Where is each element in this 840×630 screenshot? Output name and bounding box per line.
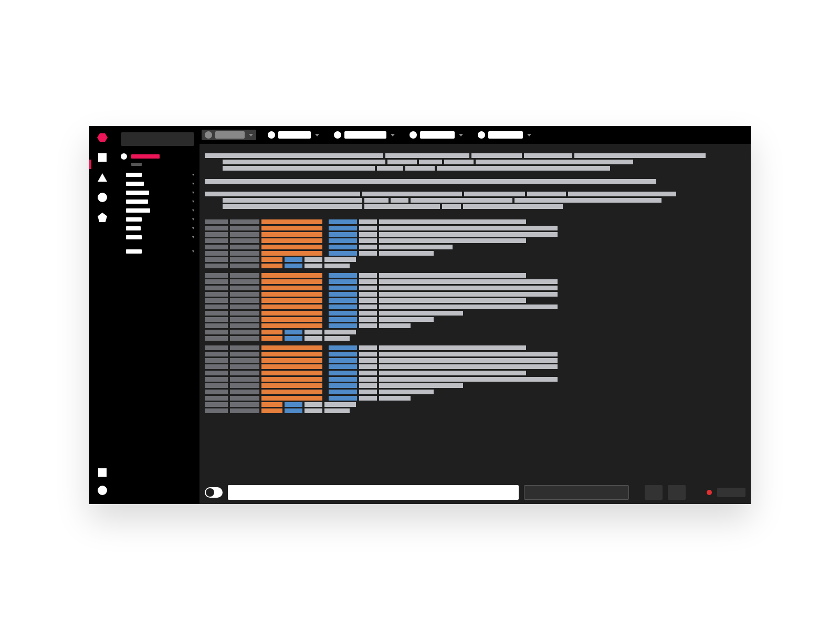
log-row [205,336,746,341]
logo-hexagon-icon[interactable] [97,132,108,143]
log-row [205,402,746,407]
log-row [205,292,746,297]
editor-content[interactable] [200,144,751,481]
tree-item[interactable]: ▾ [116,179,200,188]
bottombar-button[interactable] [668,485,686,500]
chevron-down-icon [527,134,531,136]
record-status[interactable] [717,488,746,497]
tab-dot-icon [334,131,341,139]
log-row [205,383,746,388]
log-row [205,219,746,224]
nav-circle-icon[interactable] [97,192,108,203]
log-row [205,304,746,309]
log-row [205,257,746,262]
bottom-circle-icon[interactable] [97,485,108,496]
bottombar [200,481,751,504]
toolbar-tab[interactable] [475,130,534,140]
chevron-down-icon: ▾ [192,181,194,186]
nav-triangle-icon[interactable] [97,172,108,183]
tree-item[interactable]: ▾ [116,233,200,242]
tree-item[interactable]: ▾ [116,215,200,224]
nav-square-icon[interactable] [97,152,108,163]
toolbar-tab[interactable] [265,130,322,140]
command-input[interactable] [228,485,519,500]
tree-item[interactable]: ▾ [116,206,200,215]
tree-subline [131,163,142,166]
tab-dot-icon [268,131,275,139]
log-row [205,323,746,328]
chevron-down-icon [249,134,253,136]
toolbar-tab[interactable] [202,130,256,140]
toolbar-tab[interactable] [406,130,466,140]
tree-dot-icon [121,153,127,160]
toolbar [200,126,751,144]
log-row [205,364,746,369]
log-row [205,408,746,413]
log-row [205,330,746,334]
tree-root-label [131,154,160,159]
log-row [205,371,746,375]
sidebar: ▾ ▾ ▾ ▾ ▾ ▾ ▾ ▾ ▾ [116,126,200,504]
tab-dot-icon [205,131,212,139]
log-row [205,245,746,249]
search-input[interactable] [121,132,194,146]
log-row [205,396,746,401]
log-row [205,358,746,363]
tree-item[interactable]: ▾ [116,170,200,179]
chevron-down-icon [459,134,463,136]
log-row [205,238,746,243]
tree-item[interactable]: ▾ [116,224,200,233]
chevron-down-icon: ▾ [192,172,194,177]
chevron-down-icon [315,134,319,136]
log-row [205,279,746,284]
tree-root[interactable] [116,151,200,162]
log-row [205,390,746,394]
tree-item[interactable]: ▾ [116,197,200,206]
app-window: ▾ ▾ ▾ ▾ ▾ ▾ ▾ ▾ ▾ [89,126,751,504]
icon-rail [89,126,116,504]
chevron-down-icon: ▾ [192,217,194,222]
log-row [205,317,746,322]
log-row [205,345,746,350]
log-row [205,232,746,237]
chevron-down-icon: ▾ [192,249,194,254]
chevron-down-icon [391,134,395,136]
toolbar-tab[interactable] [331,130,398,140]
toggle-switch[interactable] [205,487,223,498]
chevron-down-icon: ▾ [192,199,194,204]
chevron-down-icon: ▾ [192,226,194,230]
tree-item[interactable]: ▾ [116,188,200,197]
log-row [205,298,746,303]
log-row [205,377,746,382]
log-row [205,273,746,278]
tree-item[interactable]: ▾ [116,247,200,256]
log-row [205,311,746,316]
chevron-down-icon: ▾ [192,208,194,213]
chevron-down-icon: ▾ [192,190,194,195]
bottombar-button[interactable] [645,485,663,500]
log-row [205,352,746,356]
tab-dot-icon [478,131,485,139]
log-row [205,286,746,290]
main [200,126,751,504]
active-indicator [89,160,91,169]
log-row [205,226,746,230]
tab-dot-icon [410,131,417,139]
log-row [205,251,746,256]
chevron-down-icon: ▾ [192,235,194,239]
record-icon [707,490,712,495]
log-row [205,264,746,268]
command-extension[interactable] [524,485,629,500]
bottom-square-icon[interactable] [97,467,108,478]
nav-pentagon-icon[interactable] [97,212,108,223]
